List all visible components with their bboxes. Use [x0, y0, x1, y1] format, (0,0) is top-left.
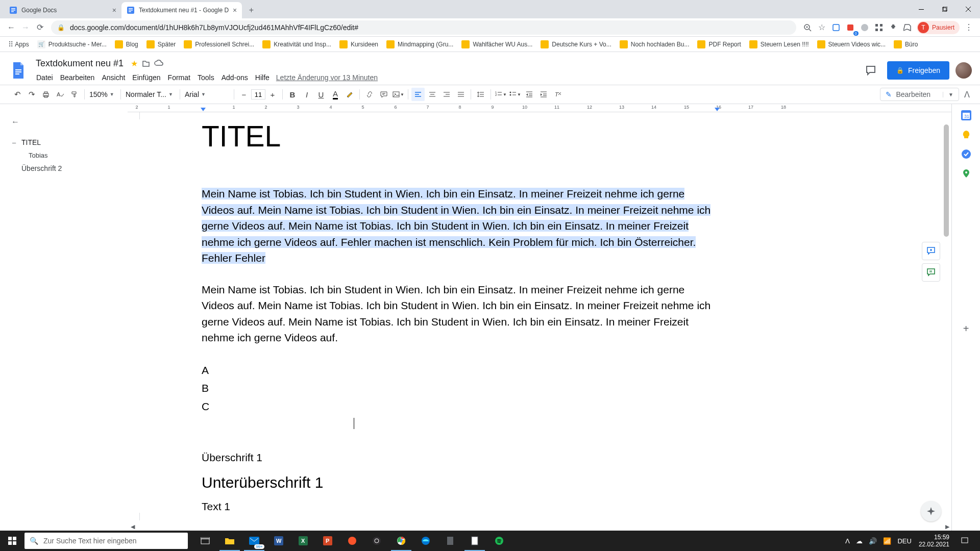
- account-avatar[interactable]: [955, 62, 972, 79]
- doc-heading-1[interactable]: Überschrift 1: [202, 452, 804, 464]
- menu-edit[interactable]: Bearbeiten: [57, 72, 99, 83]
- scrollbar-thumb[interactable]: [944, 124, 949, 237]
- extension-icon-3[interactable]: [857, 20, 872, 35]
- docs-logo[interactable]: [8, 60, 29, 81]
- insert-image-button[interactable]: ▼: [391, 88, 405, 101]
- move-icon[interactable]: [142, 59, 150, 67]
- doc-line[interactable]: A: [202, 361, 804, 380]
- editing-mode-select[interactable]: ✎ Bearbeiten ▼: [880, 88, 959, 101]
- paint-format-button[interactable]: [68, 88, 81, 101]
- doc-text[interactable]: Text 1: [202, 500, 804, 513]
- calendar-addon-icon[interactable]: 31: [961, 110, 971, 120]
- profile-chip[interactable]: T Pausiert: [917, 21, 960, 34]
- font-size-increase[interactable]: +: [266, 88, 279, 101]
- keep-addon-icon[interactable]: [961, 130, 971, 140]
- menu-view[interactable]: Ansicht: [98, 72, 129, 83]
- cloud-status-icon[interactable]: [154, 60, 163, 67]
- task-view-button[interactable]: [193, 531, 217, 551]
- align-right-button[interactable]: [440, 88, 453, 101]
- taskbar-clock[interactable]: 15:59 22.02.2021: [915, 534, 953, 548]
- doc-line[interactable]: B: [202, 379, 804, 397]
- insert-link-button[interactable]: [363, 88, 376, 101]
- explore-button[interactable]: [921, 501, 941, 521]
- align-center-button[interactable]: [426, 88, 439, 101]
- underline-button[interactable]: U: [314, 88, 328, 101]
- menu-file[interactable]: Datei: [33, 72, 57, 83]
- outline-item-ueberschrift2[interactable]: Überschrift 2: [6, 162, 124, 175]
- zoom-select[interactable]: 150%▼: [87, 88, 118, 101]
- share-button[interactable]: 🔒Freigeben: [887, 61, 949, 80]
- taskbar-powerpoint[interactable]: P: [315, 531, 340, 551]
- doc-heading-title[interactable]: TITEL: [202, 119, 804, 153]
- menu-addons[interactable]: Add-ons: [218, 72, 252, 83]
- bookmark-apps[interactable]: ⠿ Apps: [4, 40, 33, 48]
- menu-format[interactable]: Format: [164, 72, 194, 83]
- browser-tab-1[interactable]: Textdokument neu #1 - Google D ×: [121, 2, 242, 18]
- ruler-left-indent[interactable]: [201, 108, 206, 111]
- align-justify-button[interactable]: [454, 88, 468, 101]
- scroll-right-icon[interactable]: ▶: [943, 522, 951, 531]
- bookmark-item[interactable]: PDF Report: [693, 40, 745, 48]
- outdent-button[interactable]: [523, 88, 536, 101]
- doc-paragraph[interactable]: Mein Name ist Tobias. Ich bin Student in…: [202, 282, 715, 346]
- bookmark-item[interactable]: Deutsche Kurs + Vo...: [536, 40, 615, 48]
- outline-close-button[interactable]: ←: [6, 114, 124, 130]
- last-edit-link[interactable]: Letzte Änderung vor 13 Minuten: [276, 73, 378, 82]
- add-comment-button[interactable]: [922, 242, 940, 260]
- taskbar-word[interactable]: W: [266, 531, 291, 551]
- window-maximize[interactable]: [933, 0, 957, 18]
- taskbar-notepad[interactable]: [462, 531, 487, 551]
- text-color-button[interactable]: A: [329, 88, 342, 101]
- tab-close-icon[interactable]: ×: [108, 6, 116, 14]
- italic-button[interactable]: I: [300, 88, 313, 101]
- bookmark-item[interactable]: Mindmapping (Gru...: [382, 40, 457, 48]
- align-left-button[interactable]: [411, 88, 425, 101]
- taskbar-mail[interactable]: 99+: [242, 531, 266, 551]
- address-bar[interactable]: 🔒 docs.google.com/document/d/1hUH8k6h7Lb…: [51, 20, 796, 35]
- menu-help[interactable]: Hilfe: [252, 72, 273, 83]
- doc-heading-2[interactable]: Unterüberschrift 1: [202, 474, 804, 491]
- bookmark-item[interactable]: Kreativität und Insp...: [258, 40, 335, 48]
- ruler-right-indent[interactable]: [715, 108, 720, 111]
- bookmark-item[interactable]: Noch hochladen Bu...: [616, 40, 694, 48]
- print-button[interactable]: [39, 88, 53, 101]
- vertical-scrollbar[interactable]: [942, 124, 950, 482]
- taskbar-app-obs[interactable]: [364, 531, 389, 551]
- highlight-button[interactable]: [343, 88, 356, 101]
- outline-item-tobias[interactable]: Tobias: [6, 149, 124, 162]
- bookmark-item[interactable]: Wahlfächer WU Aus...: [457, 40, 536, 48]
- chrome-menu-icon[interactable]: ⋮: [962, 20, 976, 35]
- line-spacing-button[interactable]: [474, 88, 487, 101]
- undo-button[interactable]: ↶: [11, 88, 24, 101]
- horizontal-ruler[interactable]: 21123456789101112131415161718: [128, 104, 951, 112]
- outline-caret-icon[interactable]: –: [12, 139, 19, 146]
- bookmark-item[interactable]: Steuern Videos wic...: [813, 40, 890, 48]
- window-close[interactable]: [957, 0, 980, 18]
- extensions-puzzle-icon[interactable]: [886, 20, 900, 35]
- bookmark-item[interactable]: 🛒Produktsuche - Mer...: [33, 40, 111, 48]
- extension-icon[interactable]: [829, 20, 843, 35]
- nav-forward[interactable]: →: [18, 20, 33, 35]
- star-bookmark-icon[interactable]: ☆: [815, 20, 829, 35]
- spellcheck-button[interactable]: A: [54, 88, 67, 101]
- add-addon-button[interactable]: +: [961, 323, 971, 334]
- taskbar-explorer[interactable]: [217, 531, 242, 551]
- taskbar-excel[interactable]: X: [291, 531, 315, 551]
- notifications-button[interactable]: [953, 537, 976, 545]
- document-scroll[interactable]: TITEL Mein Name ist Tobias. Ich bin Stud…: [128, 112, 951, 538]
- menu-insert[interactable]: Einfügen: [129, 72, 164, 83]
- tab-close-icon[interactable]: ×: [229, 6, 237, 14]
- insert-comment-button[interactable]: [377, 88, 390, 101]
- taskbar-app-brave[interactable]: [340, 531, 364, 551]
- scroll-left-icon[interactable]: ◀: [129, 522, 137, 531]
- new-tab-button[interactable]: +: [244, 3, 258, 17]
- paragraph-style-select[interactable]: Normaler T...▼: [124, 88, 177, 101]
- bookmark-item[interactable]: Kursideen: [335, 40, 382, 48]
- nav-back[interactable]: ←: [4, 20, 18, 35]
- font-size-decrease[interactable]: −: [237, 88, 251, 101]
- window-minimize[interactable]: [910, 0, 933, 18]
- browser-tab-0[interactable]: Google Docs ×: [4, 2, 121, 18]
- font-select[interactable]: Arial▼: [183, 88, 231, 101]
- doc-paragraph-selected[interactable]: Mein Name ist Tobias. Ich bin Student in…: [202, 186, 715, 266]
- bookmark-item[interactable]: Blog: [111, 40, 142, 48]
